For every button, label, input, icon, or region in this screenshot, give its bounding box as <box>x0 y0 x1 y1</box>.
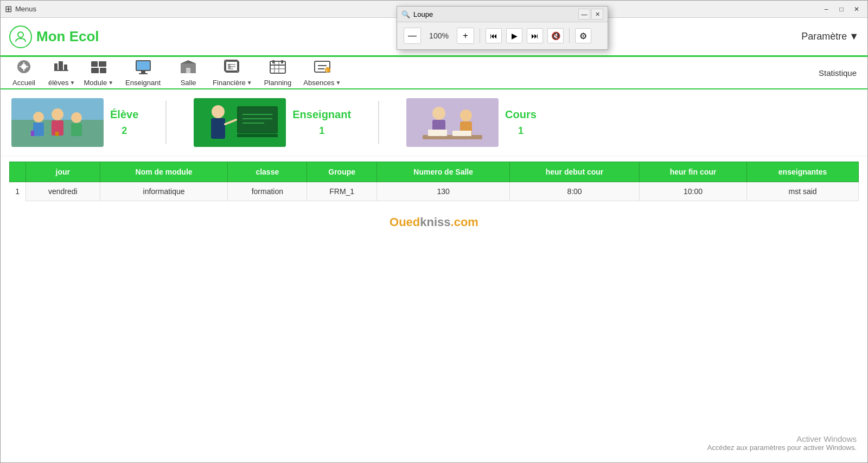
salle-icon <box>180 59 197 78</box>
financiere-arrow-icon: ▼ <box>247 80 252 86</box>
loupe-start-icon: ⏮ <box>490 31 497 40</box>
minimize-button[interactable]: – <box>820 3 833 15</box>
financiere-icon: $ <box>224 59 241 78</box>
loupe-play-button[interactable]: ▶ <box>506 28 522 43</box>
absences-arrow-icon: ▼ <box>335 80 341 86</box>
dashboard: Élève 2 <box>1 89 867 156</box>
loupe-popup: 🔍 Loupe — ✕ — 100% + ⏮ ▶ ⏭ <box>397 6 608 50</box>
dash-card-eleve: Élève 2 <box>11 98 138 147</box>
dash-sep-2 <box>378 101 379 144</box>
sidebar-item-salle[interactable]: Salle <box>169 57 207 89</box>
col-jour: jour <box>26 162 100 182</box>
svg-rect-12 <box>100 68 106 73</box>
planning-icon <box>269 59 286 78</box>
table-row: 1 vendredi informatique formation FRM_1 … <box>10 182 859 201</box>
dash-card-cours: Cours 1 <box>406 98 537 147</box>
svg-point-44 <box>71 112 82 123</box>
svg-point-40 <box>33 112 44 123</box>
svg-rect-14 <box>137 61 150 70</box>
eleves-label: élèves <box>48 79 69 87</box>
svg-rect-58 <box>406 98 499 147</box>
financiere-label: Financière <box>213 79 246 87</box>
param-arrow-icon: ▼ <box>849 31 859 42</box>
loupe-speaker-button[interactable]: 🔇 <box>547 28 564 43</box>
eleves-icon <box>53 59 71 78</box>
col-num <box>10 162 26 182</box>
dash-sep-1 <box>165 101 167 144</box>
enseignant-label: Enseignant <box>292 108 351 121</box>
absences-icon: ! <box>314 59 331 78</box>
module-arrow-icon: ▼ <box>108 80 113 86</box>
svg-rect-47 <box>55 132 59 136</box>
window-title: Menus <box>15 5 36 13</box>
maximize-button[interactable]: □ <box>835 3 848 15</box>
table-container: jour Nom de module classe Groupe Numero … <box>1 156 867 207</box>
svg-rect-46 <box>31 131 34 136</box>
loupe-start-button[interactable]: ⏮ <box>486 28 502 43</box>
svg-rect-50 <box>238 107 277 132</box>
app-logo: Mon Ecol <box>9 25 118 48</box>
sidebar-item-absences[interactable]: ! Absences ▼ <box>300 57 344 89</box>
svg-point-42 <box>52 108 63 120</box>
svg-point-0 <box>18 32 23 37</box>
nav-bar: Accueil élèves ▼ <box>1 57 867 89</box>
planning-label: Planning <box>264 79 292 87</box>
svg-rect-31 <box>272 60 275 63</box>
enseignant-stats: Enseignant 1 <box>292 108 351 137</box>
table-header-row: jour Nom de module classe Groupe Numero … <box>10 162 859 182</box>
svg-marker-18 <box>181 60 196 63</box>
enseignant-image <box>194 98 286 147</box>
sidebar-item-module[interactable]: Module ▼ <box>80 57 117 89</box>
loupe-play-icon: ▶ <box>512 31 518 40</box>
eleves-arrow-icon: ▼ <box>70 80 75 86</box>
loupe-separator <box>480 28 480 43</box>
windows-activate: Activer Windows Accédez aux paramètres p… <box>707 434 857 452</box>
cell-heur-debut: 8:00 <box>510 182 640 201</box>
svg-rect-9 <box>91 61 98 67</box>
sidebar-item-enseignant[interactable]: Enseignant <box>119 57 167 89</box>
svg-rect-32 <box>281 60 283 63</box>
loupe-plus-icon: + <box>463 31 468 41</box>
module-label: Module <box>84 79 107 87</box>
title-bar-left: ⊞ Menus <box>5 4 36 14</box>
sidebar-item-accueil[interactable]: Accueil <box>5 57 43 89</box>
accueil-label: Accueil <box>12 79 35 87</box>
col-heur-fin: heur fin cour <box>639 162 746 182</box>
loupe-title-text: Loupe <box>413 10 433 18</box>
dash-card-enseignant: Enseignant 1 <box>194 98 351 147</box>
svg-rect-5 <box>54 63 58 71</box>
app-logo-text: Mon Ecol <box>36 28 99 45</box>
nav-statistique[interactable]: Statistique <box>812 66 863 80</box>
loupe-minus-button[interactable]: — <box>404 28 421 44</box>
svg-point-61 <box>460 110 472 121</box>
loupe-next-button[interactable]: ⏭ <box>527 28 543 43</box>
col-nom-module: Nom de module <box>100 162 228 182</box>
loupe-title-controls: — ✕ <box>578 9 603 20</box>
loupe-minimize-button[interactable]: — <box>578 9 590 20</box>
svg-rect-56 <box>211 118 225 139</box>
svg-rect-6 <box>59 61 63 71</box>
close-button[interactable]: ✕ <box>850 3 863 15</box>
svg-rect-15 <box>141 71 145 73</box>
svg-rect-19 <box>186 68 190 73</box>
schedule-table: jour Nom de module classe Groupe Numero … <box>9 162 859 201</box>
svg-point-59 <box>432 107 445 120</box>
absences-label: Absences <box>303 79 334 87</box>
menus-grid-icon: ⊞ <box>5 4 12 14</box>
loupe-plus-button[interactable]: + <box>457 28 474 44</box>
param-button[interactable]: Paramètre ▼ <box>801 31 859 42</box>
title-bar-controls: – □ ✕ <box>820 3 863 15</box>
loupe-separator-2 <box>569 28 570 43</box>
svg-rect-45 <box>71 123 82 136</box>
sidebar-item-financiere[interactable]: $ Financière ▼ <box>209 57 256 89</box>
loupe-gear-button[interactable]: ⚙ <box>575 28 591 43</box>
sidebar-item-eleves[interactable]: élèves ▼ <box>45 57 78 89</box>
loupe-gear-icon: ⚙ <box>579 31 587 41</box>
eleve-label: Élève <box>110 108 138 121</box>
svg-rect-16 <box>139 73 148 74</box>
win-activate-subtitle: Accédez aux paramètres pour activer Wind… <box>707 443 857 452</box>
loupe-close-button[interactable]: ✕ <box>591 9 603 20</box>
cours-image <box>406 98 499 147</box>
module-icon <box>90 59 107 78</box>
sidebar-item-planning[interactable]: Planning <box>258 57 298 89</box>
